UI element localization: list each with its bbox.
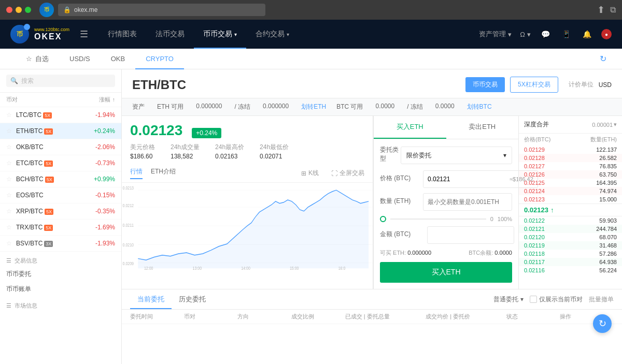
trade-form: 委托类型 限价委托 ▾ 价格 (BTC)	[374, 139, 518, 289]
search-wrap[interactable]: 🔍	[6, 75, 115, 87]
order-type-filter[interactable]: 普通委托 ▾	[493, 295, 524, 304]
tab-history-orders[interactable]: 历史委托	[172, 289, 213, 309]
sidebar-item-trxbtc[interactable]: ☆ TRX/BTC5X -1.69%	[0, 220, 121, 236]
nav-phone-icon[interactable]: 📱	[560, 28, 572, 40]
sidebar-item-ethbtc[interactable]: ☆ ETH/BTC5X +0.24%	[0, 123, 121, 139]
sidebar-coin-orders[interactable]: 币币委托	[0, 267, 121, 282]
chart-price-section: 0.02123 +0.24% 美元价格 $186.60 24h成交量 138,5…	[122, 116, 373, 164]
ob-sell-row-5[interactable]: 0.02125 164.395	[519, 179, 622, 187]
ob-buy-row-1[interactable]: 0.02122 59.903	[519, 216, 622, 225]
browser-minimize-btn[interactable]	[16, 7, 22, 13]
nav-fiat-trade[interactable]: 法币交易	[146, 20, 194, 49]
ob-buy-row-6[interactable]: 0.02117 64.938	[519, 258, 622, 266]
slider-track[interactable]	[390, 219, 486, 220]
assets-btc-link[interactable]: 划转BTC	[467, 103, 492, 111]
qty-input[interactable]	[423, 198, 512, 206]
order-type-arrow: ▾	[503, 152, 506, 159]
star-icon-xrpbtc[interactable]: ☆	[6, 208, 12, 215]
volume-24h: 24h成交量 138,582	[171, 143, 200, 160]
hamburger-menu[interactable]: ☰	[80, 28, 88, 40]
nav-coin-trade[interactable]: 币币交易 ▾	[194, 20, 246, 49]
show-current-pair-checkbox[interactable]: 仅展示当前币对	[530, 295, 583, 304]
ob-sell-row-7[interactable]: 0.02123 15.000	[519, 195, 622, 203]
star-icon-bsvbtc[interactable]: ☆	[6, 240, 12, 247]
sidebar-item-xrpbtc[interactable]: ☆ XRP/BTC5X -0.35%	[0, 203, 121, 220]
btn-kline[interactable]: ⊞ K线	[301, 167, 319, 179]
btn-leverage-trade[interactable]: 5X杠杆交易	[510, 77, 558, 93]
trade-panel: 买入ETH 卖出ETH 委托类型 限价委托 ▾	[373, 116, 518, 289]
ob-sell-row-4[interactable]: 0.02126 63.750	[519, 170, 622, 179]
floating-refresh-btn[interactable]: ↻	[593, 314, 612, 333]
checkbox-icon[interactable]	[530, 296, 537, 303]
star-icon-ltcbtc[interactable]: ☆	[6, 111, 12, 119]
star-icon-bchbtc[interactable]: ☆	[6, 176, 12, 183]
filter-arrow: ▾	[520, 296, 524, 303]
ob-sell-row-1[interactable]: 0.02129 122.137	[519, 145, 622, 154]
subnav-usd[interactable]: USD/S	[59, 49, 101, 69]
browser-maximize-btn[interactable]	[25, 7, 31, 13]
tab-eth-intro[interactable]: ETH介绍	[151, 167, 176, 179]
bulk-cancel-btn[interactable]: 批量撤单	[589, 295, 614, 304]
svg-text:15:00: 15:00	[290, 266, 299, 271]
search-input[interactable]	[21, 77, 111, 84]
ob-buy-row-7[interactable]: 0.02116 56.224	[519, 266, 622, 274]
nav-badge[interactable]: ●	[601, 29, 612, 39]
browser-new-tab-btn[interactable]: ⧉	[610, 5, 616, 14]
star-icon-ethbtc[interactable]: ☆	[6, 127, 12, 135]
sidebar-item-bchbtc[interactable]: ☆ BCH/BTC5X +0.99%	[0, 171, 121, 187]
sidebar-item-ltcbtc[interactable]: ☆ LTC/BTC5X -1.94%	[0, 107, 121, 123]
tab-buy-eth[interactable]: 买入ETH	[374, 116, 446, 139]
tab-chart[interactable]: 行情	[130, 167, 143, 179]
btn-coin-trade[interactable]: 币币交易	[465, 77, 505, 92]
browser-close-btn[interactable]	[6, 7, 12, 13]
ob-buy-row-4[interactable]: 0.02119 31.468	[519, 241, 622, 250]
address-bar[interactable]: 🔒 okex.me	[58, 4, 265, 16]
subnav-refresh[interactable]: ↻	[600, 54, 606, 64]
ob-buy-row-3[interactable]: 0.02120 68.070	[519, 233, 622, 241]
sidebar-item-eosbtc[interactable]: ☆ EOS/BTC -0.15%	[0, 187, 121, 203]
search-icon: 🔍	[10, 77, 18, 84]
nav-market-chart[interactable]: 行情图表	[98, 20, 146, 49]
precision-arrow: ▾	[614, 121, 617, 128]
ob-sell-row-6[interactable]: 0.02124 74.974	[519, 187, 622, 195]
btn-fullscreen[interactable]: ⛶ 全屏交易	[331, 167, 364, 179]
browser-share-btn[interactable]: ⬆	[597, 4, 605, 16]
subnav-crypto[interactable]: CRYPTO	[135, 49, 184, 69]
sidebar-item-okbbtc[interactable]: ☆ OKB/BTC -2.06%	[0, 139, 121, 155]
nav-notification-icon[interactable]: 🔔	[581, 28, 593, 40]
low-24h: 24h最低价 0.02071	[260, 143, 289, 160]
star-icon-okbbtc[interactable]: ☆	[6, 143, 12, 151]
ob-sell-row-3[interactable]: 0.02127 76.835	[519, 162, 622, 170]
tab-current-orders[interactable]: 当前委托	[130, 289, 172, 309]
amount-input[interactable]	[427, 226, 514, 244]
price-input[interactable]	[423, 176, 510, 183]
subnav-favorites[interactable]: ☆ 自选	[16, 49, 59, 69]
logo-text: OKEX	[34, 32, 69, 41]
star-icon-etcbtc[interactable]: ☆	[6, 159, 12, 167]
ob-buy-row-5[interactable]: 0.02118 57.286	[519, 250, 622, 258]
assets-eth-link[interactable]: 划转ETH	[301, 103, 326, 111]
sidebar-item-bsvbtc[interactable]: ☆ BSV/BTC3X -1.93%	[0, 236, 121, 252]
assets-bar: 资产 ETH 可用 0.000000 / 冻结 0.000000 划转ETH B…	[122, 98, 622, 116]
ob-buy-row-2[interactable]: 0.02121 244.784	[519, 225, 622, 233]
sidebar-coin-ledger[interactable]: 币币账单	[0, 282, 121, 297]
star-icon-eosbtc[interactable]: ☆	[6, 192, 12, 199]
btn-buy-eth[interactable]: 买入ETH	[380, 262, 512, 283]
nav-chat-icon[interactable]: 💬	[539, 28, 552, 40]
star-icon-trxbtc[interactable]: ☆	[6, 224, 12, 231]
nav-user[interactable]: Ω ▾	[520, 31, 531, 38]
sidebar-item-etcbtc[interactable]: ☆ ETC/BTC5X -0.73%	[0, 155, 121, 171]
slider-handle[interactable]	[380, 216, 386, 222]
subnav-okb[interactable]: OKB	[101, 49, 135, 69]
site-logo: 币	[39, 3, 54, 17]
nav-assets-mgmt[interactable]: 资产管理 ▾	[479, 30, 512, 39]
tab-sell-eth[interactable]: 卖出ETH	[446, 116, 519, 139]
trading-header: ETH/BTC 币币交易 5X杠杆交易 计价单位 USD	[122, 69, 622, 98]
order-type-select[interactable]: 限价委托 ▾	[401, 147, 512, 164]
nav-contract-trade[interactable]: 合约交易 ▾	[246, 20, 299, 49]
order-book-precision[interactable]: 0.00001 ▾	[592, 121, 617, 128]
svg-text:0.0209: 0.0209	[123, 261, 134, 266]
ob-sell-row-2[interactable]: 0.02128 26.582	[519, 154, 622, 162]
amount-row: 金额 (BTC)	[380, 226, 512, 244]
content-area: ETH/BTC 币币交易 5X杠杆交易 计价单位 USD 资产 ETH 可用 0…	[122, 69, 622, 364]
